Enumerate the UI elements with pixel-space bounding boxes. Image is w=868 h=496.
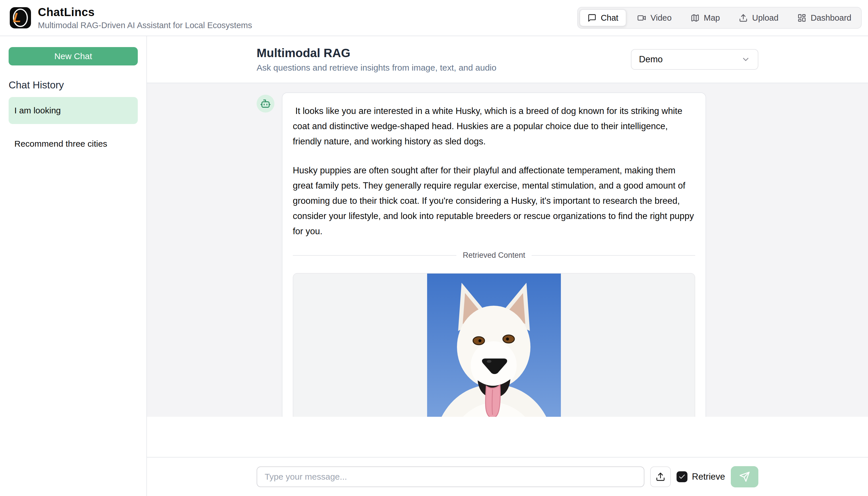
brand: L ChatLincs Multimodal RAG-Driven AI Ass… [10, 6, 252, 30]
message-paragraph: Husky puppies are often sought after for… [293, 163, 695, 239]
sidebar: New Chat Chat History I am looking Recom… [0, 36, 147, 496]
nav-tab-label: Video [650, 13, 672, 23]
new-chat-button[interactable]: New Chat [9, 47, 138, 65]
page-subtitle: Ask questions and retrieve insights from… [257, 63, 496, 73]
page-title: Multimodal RAG [257, 46, 496, 60]
app-logo-icon: L [10, 7, 31, 28]
retrieved-dog-image [427, 274, 561, 417]
assistant-message-card: It looks like you are interested in a wh… [282, 92, 706, 417]
app-title: ChatLincs [38, 6, 252, 19]
divider-line [293, 255, 456, 256]
chevron-down-icon [741, 55, 750, 64]
message-input[interactable] [257, 466, 645, 487]
mode-select-value: Demo [639, 54, 663, 65]
send-button[interactable] [731, 466, 758, 487]
retrieve-toggle: Retrieve [677, 471, 725, 482]
chat-history-item[interactable]: Recommend three cities [9, 130, 138, 157]
composer-bar: Retrieve [147, 457, 868, 496]
divider-line [531, 255, 695, 256]
checkmark-icon [678, 473, 686, 480]
top-nav: Chat Video Map Upload Dashboard [577, 7, 862, 29]
video-camera-icon [637, 14, 646, 22]
nav-tab-video[interactable]: Video [629, 9, 680, 27]
app-window: L ChatLincs Multimodal RAG-Driven AI Ass… [0, 0, 868, 496]
nav-tab-dashboard[interactable]: Dashboard [789, 9, 859, 27]
nav-tab-label: Upload [752, 13, 778, 23]
upload-icon [655, 472, 665, 482]
retrieved-content-panel [293, 273, 695, 417]
divider-label: Retrieved Content [463, 251, 525, 260]
retrieve-checkbox[interactable] [677, 471, 687, 482]
chat-history-title: Chat History [9, 79, 138, 91]
assistant-avatar [257, 95, 275, 112]
chat-bubble-icon [588, 14, 596, 22]
send-paper-plane-icon [739, 471, 750, 482]
nav-tab-label: Dashboard [810, 13, 851, 23]
nav-tab-chat[interactable]: Chat [579, 9, 626, 27]
upload-icon [739, 14, 748, 22]
top-header: L ChatLincs Multimodal RAG-Driven AI Ass… [0, 0, 868, 36]
retrieved-content-divider: Retrieved Content [293, 251, 695, 260]
svg-text:L: L [12, 10, 22, 25]
assistant-message-row: It looks like you are interested in a wh… [257, 83, 758, 417]
main-header-titles: Multimodal RAG Ask questions and retriev… [257, 46, 496, 73]
retrieve-label: Retrieve [692, 471, 725, 482]
nav-tab-upload[interactable]: Upload [731, 9, 787, 27]
brand-text: ChatLincs Multimodal RAG-Driven AI Assis… [38, 6, 252, 30]
nav-tab-label: Map [704, 13, 720, 23]
nav-tab-map[interactable]: Map [683, 9, 728, 27]
map-icon [691, 14, 699, 22]
attach-upload-button[interactable] [650, 466, 671, 487]
footer-gap [147, 417, 868, 457]
nav-tab-label: Chat [601, 13, 618, 23]
dashboard-grid-icon [797, 14, 806, 22]
mode-select-dropdown[interactable]: Demo [631, 49, 758, 70]
chat-history-item[interactable]: I am looking [9, 97, 138, 124]
chat-scroll-area[interactable]: It looks like you are interested in a wh… [147, 83, 868, 417]
bot-icon [260, 98, 271, 109]
app-tagline: Multimodal RAG-Driven AI Assistant for L… [38, 21, 252, 30]
main-panel: Multimodal RAG Ask questions and retriev… [147, 36, 868, 496]
main-header: Multimodal RAG Ask questions and retriev… [147, 36, 868, 83]
message-paragraph: It looks like you are interested in a wh… [293, 103, 695, 149]
